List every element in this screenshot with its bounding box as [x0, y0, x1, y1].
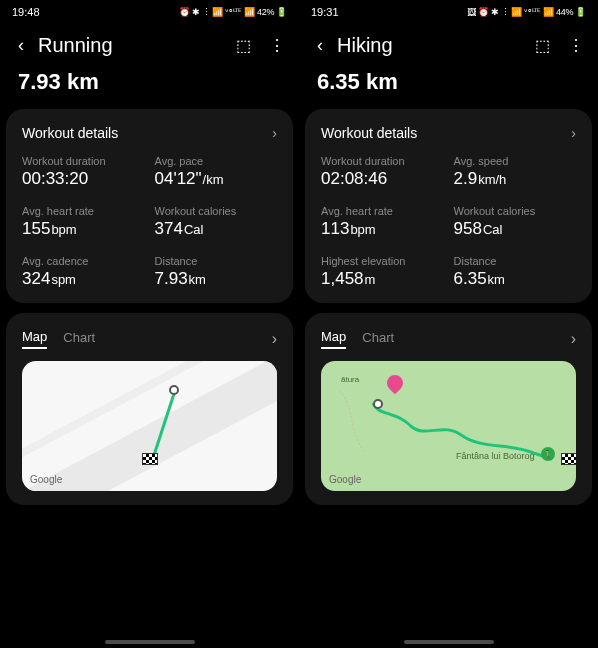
card-title: Workout details: [321, 125, 417, 141]
stat-heart-rate: Avg. heart rate 113bpm: [321, 205, 444, 239]
workout-details-card[interactable]: Workout details › Workout duration 00:33…: [6, 109, 293, 303]
tab-chart[interactable]: Chart: [63, 330, 95, 348]
map-view[interactable]: ătura Fântâna lui Botorog 🚶 Google: [321, 361, 576, 491]
status-indicators: 🖼 ⏰ ✱ ⋮ 📶 ᵛᵒᴸᵀᴱ 📶 44% 🔋: [467, 7, 586, 17]
stat-cadence: Avg. cadence 324spm: [22, 255, 145, 289]
route-start-icon: [169, 385, 179, 395]
more-icon[interactable]: ⋮: [269, 36, 285, 55]
more-icon[interactable]: ⋮: [568, 36, 584, 55]
status-indicators: ⏰ ✱ ⋮ 📶 ᵛᵒᴸᵀᴱ 📶 42% 🔋: [179, 7, 287, 17]
stat-calories: Workout calories 958Cal: [454, 205, 577, 239]
screen-hiking: 19:31 🖼 ⏰ ✱ ⋮ 📶 ᵛᵒᴸᵀᴱ 📶 44% 🔋 ‹ Hiking ⬚…: [299, 0, 598, 648]
stat-pace: Avg. pace 04'12"/km: [155, 155, 278, 189]
back-icon[interactable]: ‹: [10, 35, 32, 56]
back-icon[interactable]: ‹: [309, 35, 331, 56]
stat-duration: Workout duration 02:08:46: [321, 155, 444, 189]
stat-distance: Distance 6.35km: [454, 255, 577, 289]
share-icon[interactable]: ⬚: [535, 36, 550, 55]
chevron-right-icon: ›: [272, 125, 277, 141]
tab-map[interactable]: Map: [321, 329, 346, 349]
stat-duration: Workout duration 00:33:20: [22, 155, 145, 189]
share-icon[interactable]: ⬚: [236, 36, 251, 55]
nav-pill[interactable]: [105, 640, 195, 644]
stat-calories: Workout calories 374Cal: [155, 205, 278, 239]
stat-distance: Distance 7.93km: [155, 255, 278, 289]
map-view[interactable]: Google: [22, 361, 277, 491]
status-time: 19:48: [12, 6, 40, 18]
status-bar: 19:48 ⏰ ✱ ⋮ 📶 ᵛᵒᴸᵀᴱ 📶 42% 🔋: [0, 0, 299, 24]
page-title: Hiking: [337, 34, 535, 57]
route-end-flag-icon: [561, 453, 576, 465]
map-attribution: Google: [329, 474, 361, 485]
stat-heart-rate: Avg. heart rate 155bpm: [22, 205, 145, 239]
chevron-right-icon: ›: [272, 330, 277, 348]
map-card[interactable]: Map Chart › ătura Fântâna lui Botorog 🚶 …: [305, 313, 592, 505]
status-time: 19:31: [311, 6, 339, 18]
stat-speed: Avg. speed 2.9km/h: [454, 155, 577, 189]
stat-grid: Workout duration 00:33:20 Avg. pace 04'1…: [22, 155, 277, 289]
route-line: [321, 361, 576, 491]
tab-chart[interactable]: Chart: [362, 330, 394, 348]
route-start-icon: [373, 399, 383, 409]
screen-running: 19:48 ⏰ ✱ ⋮ 📶 ᵛᵒᴸᵀᴱ 📶 42% 🔋 ‹ Running ⬚ …: [0, 0, 299, 648]
chevron-right-icon: ›: [571, 330, 576, 348]
stat-grid: Workout duration 02:08:46 Avg. speed 2.9…: [321, 155, 576, 289]
card-title: Workout details: [22, 125, 118, 141]
chevron-right-icon: ›: [571, 125, 576, 141]
header: ‹ Hiking ⬚ ⋮: [299, 24, 598, 63]
status-bar: 19:31 🖼 ⏰ ✱ ⋮ 📶 ᵛᵒᴸᵀᴱ 📶 44% 🔋: [299, 0, 598, 24]
map-attribution: Google: [30, 474, 62, 485]
hiker-icon: 🚶: [541, 447, 555, 461]
map-poi-label: ătura: [341, 375, 359, 384]
total-distance: 6.35 km: [299, 63, 598, 109]
nav-pill[interactable]: [404, 640, 494, 644]
workout-details-card[interactable]: Workout details › Workout duration 02:08…: [305, 109, 592, 303]
map-card[interactable]: Map Chart › Google: [6, 313, 293, 505]
route-end-flag-icon: [142, 453, 158, 465]
total-distance: 7.93 km: [0, 63, 299, 109]
tab-map[interactable]: Map: [22, 329, 47, 349]
header: ‹ Running ⬚ ⋮: [0, 24, 299, 63]
map-poi-label: Fântâna lui Botorog: [456, 451, 535, 461]
page-title: Running: [38, 34, 236, 57]
stat-elevation: Highest elevation 1,458m: [321, 255, 444, 289]
